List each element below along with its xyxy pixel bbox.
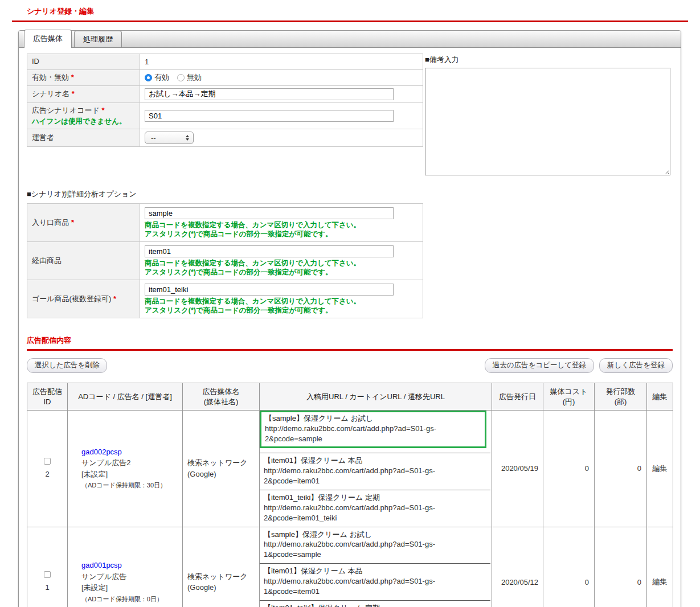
remarks-label: ■備考入力 — [425, 55, 673, 65]
media-cost: 0 — [543, 411, 595, 527]
media-name: 検索ネットワーク — [187, 572, 248, 581]
code-note: ハイフンは使用できません。 — [32, 117, 126, 125]
delivery-id: 1 — [45, 583, 49, 592]
tab-bar: 広告媒体 処理履歴 — [19, 31, 681, 48]
remarks-textarea[interactable] — [425, 68, 670, 175]
url-entry: 【sample】保湿クリーム お試し http://demo.raku2bbc.… — [260, 411, 490, 453]
remarks-section: ■備考入力 — [425, 54, 673, 177]
form-row-status: 有効・無効 * 有効 無効 — [27, 69, 423, 85]
operator-select[interactable]: -- — [145, 132, 194, 144]
tab-history[interactable]: 処理履歴 — [74, 31, 122, 47]
delivery-column-header: 媒体コスト (円) — [543, 383, 595, 411]
delivery-column-header: ADコード / 広告名 / [運営者] — [68, 383, 183, 411]
scenario-name-label: シナリオ名 — [32, 89, 69, 98]
ad-retention: （ADコード保持期限：0日） — [81, 596, 163, 602]
required-mark: * — [71, 73, 74, 81]
media-cost: 0 — [543, 527, 595, 607]
delivery-row: 2 gad002pcsp サンプル広告2 [未設定] （ADコード保持期限：30… — [27, 411, 673, 527]
analysis-table-body: 入り口商品 * 商品コードを複数指定する場合、カンマ区切りで入力して下さい。 ア… — [27, 204, 423, 318]
select-stepper-icon — [186, 135, 189, 141]
delivery-table: 広告配信 IDADコード / 広告名 / [運営者]広告媒体名 (媒体社名)入稿… — [27, 383, 673, 607]
new-ad-button[interactable]: 新しく広告を登録 — [599, 358, 673, 373]
radio-on-icon[interactable] — [145, 74, 152, 81]
scenario-code-label: 広告シナリオコード — [32, 106, 100, 114]
delivery-column-header: 発行部数 (部) — [595, 383, 647, 411]
radio-disabled[interactable]: 無効 — [177, 72, 202, 83]
radio-off-icon[interactable] — [177, 74, 185, 81]
ad-name: サンプル広告 — [81, 572, 126, 581]
issue-date: 2020/05/19 — [492, 411, 543, 527]
copies: 0 — [595, 411, 647, 527]
issue-date: 2020/05/12 — [492, 527, 543, 607]
status-label: 有効・無効 — [32, 73, 69, 81]
delivery-table-body: 2 gad002pcsp サンプル広告2 [未設定] （ADコード保持期限：30… — [27, 411, 673, 607]
row-checkbox[interactable] — [44, 458, 51, 465]
url-cell: 【sample】保湿クリーム お試し http://demo.raku2bbc.… — [260, 527, 492, 607]
url-entry: 【item01】保湿クリーム 本品 http://demo.raku2bbc.c… — [260, 564, 490, 601]
url-entry: 【item01_teiki】保湿クリーム 定期 http://demo.raku… — [260, 601, 492, 607]
url-cell: 【sample】保湿クリーム お試し http://demo.raku2bbc.… — [260, 411, 492, 527]
delivery-divider — [27, 349, 673, 351]
row-checkbox[interactable] — [44, 571, 51, 578]
delivery-column-header: 広告発行日 — [492, 383, 543, 411]
delivery-id: 2 — [45, 470, 49, 478]
delivery-section-title: 広告配信内容 — [27, 335, 673, 346]
form-row-code: 広告シナリオコード * ハイフンは使用できません。 — [27, 102, 423, 129]
scenario-code-input[interactable] — [145, 110, 394, 122]
media-company: (Google) — [187, 470, 216, 478]
delivery-column-header: 編集 — [647, 383, 673, 411]
analysis-table: 入り口商品 * 商品コードを複数指定する場合、カンマ区切りで入力して下さい。 ア… — [27, 203, 423, 318]
delivery-table-header-row: 広告配信 IDADコード / 広告名 / [運営者]広告媒体名 (媒体社名)入稿… — [27, 383, 673, 411]
media-name: 検索ネットワーク — [187, 458, 248, 467]
form-row-id: ID 1 — [27, 54, 423, 70]
ad-operator: [未設定] — [81, 583, 108, 592]
main-panel: 広告媒体 処理履歴 ID 1 有効・無効 * — [18, 30, 681, 607]
id-label: ID — [27, 54, 140, 70]
id-value: 1 — [140, 54, 423, 70]
delete-selected-ads-button[interactable]: 選択した広告を削除 — [27, 358, 107, 373]
analysis-row: 経由商品 商品コードを複数指定する場合、カンマ区切りで入力して下さい。 アスタリ… — [27, 242, 423, 280]
page-title: シナリオ登録・編集 — [27, 6, 700, 17]
delivery-row: 1 gad001pcsp サンプル広告 [未設定] （ADコード保持期限：0日）… — [27, 527, 673, 607]
delivery-column-header: 広告配信 ID — [27, 383, 68, 411]
ad-code-link[interactable]: gad002pcsp — [81, 448, 122, 456]
analysis-row: 入り口商品 * 商品コードを複数指定する場合、カンマ区切りで入力して下さい。 ア… — [27, 204, 423, 242]
product-code-input[interactable] — [145, 207, 394, 219]
ad-operator: [未設定] — [81, 470, 108, 478]
panel-content: ID 1 有効・無効 * 有効 — [19, 48, 681, 607]
scenario-name-input[interactable] — [145, 88, 394, 100]
copy-past-ad-button[interactable]: 過去の広告をコピーして登録 — [485, 358, 594, 373]
media-company: (Google) — [187, 583, 216, 592]
url-entry: 【item01_teiki】保湿クリーム 定期 http://demo.raku… — [260, 490, 492, 527]
delivery-column-header: 入稿用URL / カートインURL / 遷移先URL — [260, 383, 492, 411]
product-code-input[interactable] — [145, 284, 394, 296]
ad-code-link[interactable]: gad001pcsp — [81, 561, 122, 569]
ad-name: サンプル広告2 — [81, 458, 130, 467]
product-code-input[interactable] — [145, 245, 394, 257]
title-divider — [12, 20, 688, 22]
delivery-toolbar: 選択した広告を削除 過去の広告をコピーして登録 新しく広告を登録 — [27, 358, 673, 373]
analysis-row: ゴール商品(複数登録可) * 商品コードを複数指定する場合、カンマ区切りで入力し… — [27, 280, 423, 318]
edit-link[interactable]: 編集 — [653, 577, 668, 586]
ad-retention: （ADコード保持期限：30日） — [81, 482, 166, 489]
form-row-operator: 運営者 -- — [27, 129, 423, 147]
radio-enabled[interactable]: 有効 — [145, 72, 169, 83]
edit-link[interactable]: 編集 — [653, 464, 668, 473]
analysis-section-title: ■シナリオ別詳細分析オプション — [27, 189, 673, 199]
url-entry: 【item01】保湿クリーム 本品 http://demo.raku2bbc.c… — [260, 453, 490, 490]
url-entry: 【sample】保湿クリーム お試し http://demo.raku2bbc.… — [260, 527, 490, 564]
scenario-form-table: ID 1 有効・無効 * 有効 — [27, 54, 423, 147]
tab-ad-media[interactable]: 広告媒体 — [24, 30, 72, 48]
operator-label: 運営者 — [27, 129, 140, 147]
form-row-scenario-name: シナリオ名 * — [27, 85, 423, 102]
delivery-column-header: 広告媒体名 (媒体社名) — [183, 383, 260, 411]
copies: 0 — [595, 527, 647, 607]
